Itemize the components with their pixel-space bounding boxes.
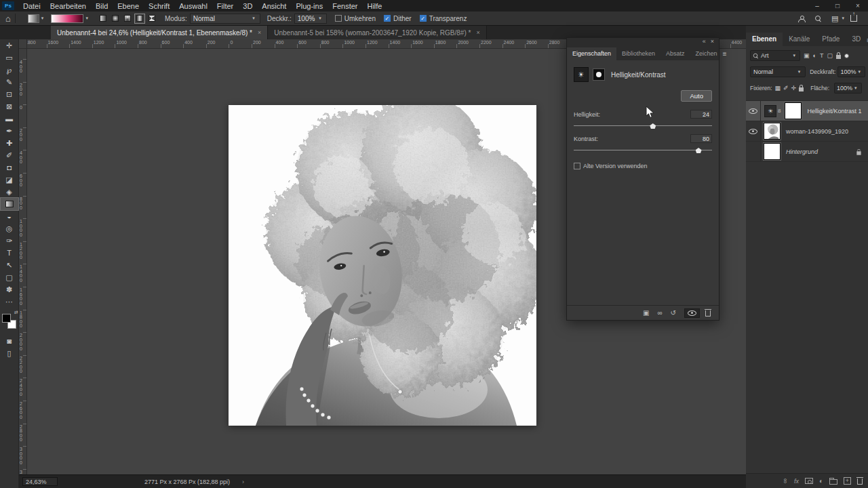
status-menu-chevron[interactable]: › bbox=[242, 479, 244, 485]
search-icon[interactable] bbox=[815, 16, 821, 21]
lock-position-icon[interactable]: ✛ bbox=[791, 85, 797, 92]
menu-ansicht[interactable]: Ansicht bbox=[257, 2, 291, 10]
home-icon[interactable]: ⌂ bbox=[5, 14, 11, 24]
layer-name[interactable]: Hintergrund bbox=[786, 148, 818, 155]
link-layers-icon[interactable]: ∞ bbox=[782, 479, 789, 483]
filter-type-layers-icon[interactable]: T bbox=[820, 52, 824, 59]
gradient-diamond-button[interactable] bbox=[146, 14, 157, 24]
tool-screen-mode[interactable]: ▯ bbox=[1, 347, 18, 359]
collapse-panel-icon[interactable]: « bbox=[703, 39, 706, 45]
tool-rectangular-marquee[interactable]: ▭ bbox=[1, 52, 18, 64]
new-adjustment-layer-icon[interactable]: ◐ bbox=[819, 477, 823, 485]
lock-all-icon[interactable] bbox=[799, 87, 804, 92]
filter-toggle-icon[interactable] bbox=[844, 54, 849, 58]
layer-fill-select[interactable]: 100% ▾ bbox=[834, 83, 862, 94]
auto-button[interactable]: Auto bbox=[681, 90, 712, 102]
layer-mask-thumbnail[interactable] bbox=[785, 102, 802, 119]
gradient-reflected-button[interactable] bbox=[134, 14, 145, 24]
gradient-linear-button[interactable] bbox=[98, 14, 108, 24]
eye-icon[interactable] bbox=[749, 108, 757, 114]
tool-custom-shape[interactable]: ✽ bbox=[1, 283, 18, 296]
add-mask-icon[interactable] bbox=[805, 478, 813, 484]
brightness-slider-track[interactable] bbox=[574, 125, 712, 126]
close-button[interactable]: × bbox=[848, 0, 868, 12]
layer-thumbnail[interactable] bbox=[764, 123, 781, 140]
restore-button[interactable]: □ bbox=[827, 0, 848, 12]
layer-name[interactable]: Helligkeit/Kontrast 1 bbox=[807, 108, 861, 115]
menu-datei[interactable]: Datei bbox=[18, 2, 45, 10]
eye-icon[interactable] bbox=[749, 129, 757, 134]
gradient-angle-button[interactable] bbox=[122, 14, 133, 24]
layer-filter-select[interactable]: Art ▾ bbox=[750, 50, 800, 61]
tool-blur-smudge[interactable]: ◒ bbox=[1, 210, 18, 222]
filter-smart-objects-icon[interactable] bbox=[836, 55, 841, 59]
tool-shape[interactable]: ▢ bbox=[1, 271, 18, 283]
swap-colors-icon[interactable]: ⇄ bbox=[14, 310, 18, 315]
menu-auswahl[interactable]: Auswahl bbox=[174, 2, 212, 10]
close-tab-icon[interactable]: × bbox=[476, 29, 479, 36]
layer-opacity-select[interactable]: 100% ▾ bbox=[837, 66, 865, 77]
panel-tab-ebenen[interactable]: Ebenen bbox=[746, 33, 783, 46]
filter-shape-layers-icon[interactable]: ▢ bbox=[827, 52, 833, 59]
layer-row-adjustment[interactable]: ☀ 8 Helligkeit/Kontrast 1 bbox=[746, 101, 868, 121]
contrast-slider-thumb[interactable] bbox=[696, 148, 702, 153]
gradient-radial-button[interactable] bbox=[110, 14, 121, 24]
properties-tab-eigenschaften[interactable]: Eigenschaften bbox=[567, 47, 616, 60]
tool-ruler[interactable]: ▬ bbox=[1, 113, 18, 125]
menu-ebene[interactable]: Ebene bbox=[113, 2, 144, 10]
canvas-document[interactable] bbox=[229, 105, 536, 426]
document-tab-1[interactable]: Unbenannt-4 bei 24,6% (Helligkeit/Kontra… bbox=[51, 26, 268, 39]
tool-crop[interactable]: ⊡ bbox=[1, 88, 18, 100]
close-tab-icon[interactable]: × bbox=[258, 29, 261, 36]
checkbox-icon[interactable]: ✓ bbox=[384, 15, 391, 22]
menu-filter[interactable]: Filter bbox=[212, 2, 238, 10]
brightness-slider-thumb[interactable] bbox=[650, 123, 656, 129]
layer-thumbnail[interactable] bbox=[764, 143, 781, 160]
chevron-down-icon[interactable]: ▾ bbox=[85, 16, 88, 21]
tool-healing-brush[interactable]: ✚ bbox=[1, 137, 18, 149]
tool-path-selection[interactable]: ↖ bbox=[1, 259, 18, 271]
close-panel-icon[interactable]: × bbox=[711, 39, 714, 45]
layer-row-background[interactable]: Hintergrund bbox=[746, 142, 868, 162]
checkbox-icon[interactable] bbox=[335, 15, 342, 22]
foreground-color-swatch[interactable] bbox=[2, 314, 11, 323]
tool-move[interactable]: ✛ bbox=[1, 39, 18, 52]
panel-tab-pfade[interactable]: Pfade bbox=[816, 33, 846, 46]
share-icon[interactable] bbox=[850, 15, 857, 22]
tool-gradient[interactable] bbox=[1, 198, 18, 210]
properties-tab-absatz[interactable]: Absatz bbox=[660, 47, 690, 60]
panel-menu-icon[interactable]: ≡ bbox=[723, 50, 727, 60]
new-layer-icon[interactable]: + bbox=[844, 477, 851, 485]
visibility-cell[interactable] bbox=[746, 142, 761, 161]
layer-name[interactable]: woman-1439909_1920 bbox=[786, 128, 848, 135]
checkbox-umkehren[interactable]: Umkehren bbox=[335, 15, 376, 22]
menu-fenster[interactable]: Fenster bbox=[328, 2, 362, 10]
tool-type[interactable]: T bbox=[1, 247, 18, 259]
zoom-level-field[interactable]: 24,63% bbox=[22, 477, 58, 486]
mask-link-icon[interactable]: 8 bbox=[778, 108, 781, 114]
gradient-picker[interactable] bbox=[51, 14, 83, 23]
minimize-button[interactable]: – bbox=[807, 0, 827, 12]
contrast-value-field[interactable]: 80 bbox=[690, 134, 712, 143]
reset-icon[interactable]: ↺ bbox=[671, 309, 676, 317]
layer-row-image[interactable]: woman-1439909_1920 bbox=[746, 121, 868, 142]
tool-dodge-burn[interactable]: ◎ bbox=[1, 222, 18, 235]
properties-tab-zeichen[interactable]: Zeichen bbox=[690, 47, 723, 60]
chevron-down-icon[interactable]: ▾ bbox=[842, 16, 844, 21]
menu-hilfe[interactable]: Hilfe bbox=[362, 2, 387, 10]
tool-lasso[interactable]: ℘ bbox=[1, 64, 18, 76]
tool-brush[interactable]: ✐ bbox=[1, 149, 18, 161]
tool-clone-stamp[interactable]: ◘ bbox=[1, 161, 18, 174]
document-tab-2[interactable]: Unbenannt-5 bei 158% (woman-2003647_1920… bbox=[268, 26, 486, 39]
delete-adjustment-icon[interactable] bbox=[705, 309, 711, 317]
account-icon[interactable] bbox=[798, 16, 804, 22]
menu-plug-ins[interactable]: Plug-ins bbox=[291, 2, 328, 10]
properties-tab-bibliotheken[interactable]: Bibliotheken bbox=[616, 47, 660, 60]
lock-transparency-icon[interactable]: ▦ bbox=[775, 85, 781, 92]
legacy-checkbox[interactable] bbox=[574, 163, 580, 169]
visibility-cell[interactable] bbox=[746, 121, 761, 141]
tool-eyedropper[interactable]: ✒ bbox=[1, 125, 18, 137]
checkbox-icon[interactable]: ✓ bbox=[420, 15, 427, 22]
tool-frame[interactable]: ⊠ bbox=[1, 100, 18, 113]
checkbox-transparenz[interactable]: ✓Transparenz bbox=[420, 15, 467, 22]
